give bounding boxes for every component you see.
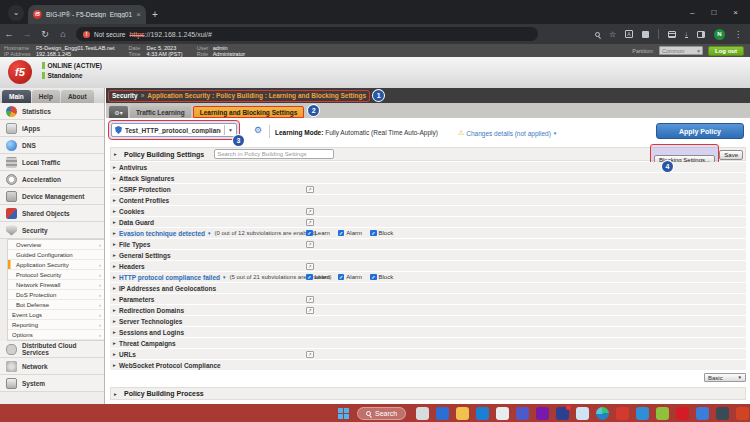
settings-row-redirection-domains[interactable]: ▸Redirection Domains↗ [110,305,746,315]
sidebar-item-overview[interactable]: Overview› [8,240,104,250]
address-bar[interactable]: ! Not secure https://192.168.1.245/xui/# [76,27,538,41]
acrobat-icon[interactable] [676,407,689,420]
popout-icon[interactable]: ↗ [306,219,314,226]
tab-traffic-learning[interactable]: Traffic Learning [130,106,191,118]
settings-row-evasion-technique-detected[interactable]: ▸Evasion technique detected▼(0 out of 12… [110,228,746,238]
tab-about[interactable]: About [61,90,94,103]
partition-select[interactable]: Common▾ [659,46,703,55]
popout-icon[interactable]: ↗ [306,241,314,248]
sidebar-item-protocol-security[interactable]: Protocol Security› [8,270,104,280]
save-button-top[interactable]: Save [719,150,743,160]
checked-checkbox-icon[interactable]: ✓ [306,274,313,281]
onenote-icon[interactable] [536,407,549,420]
microsoft-store-icon[interactable] [496,407,509,420]
side-panel-icon[interactable] [697,31,705,38]
sidebar-item-shared-objects[interactable]: Shared Objects [0,205,104,222]
settings-row-cookies[interactable]: ▸Cookies↗ [110,206,746,216]
chart-app-icon[interactable] [696,407,709,420]
powerpoint-icon[interactable] [736,407,749,420]
breadcrumb-root[interactable]: Security [112,92,138,99]
reload-icon[interactable]: ↻ [36,29,54,39]
tab-help[interactable]: Help [32,90,60,103]
sidebar-item-dns[interactable]: DNS [0,137,104,154]
reading-list-icon[interactable] [668,31,676,38]
popout-icon[interactable]: ↗ [306,186,314,193]
pinwheel-app-icon[interactable] [616,407,629,420]
media-app-icon[interactable] [436,407,449,420]
checked-checkbox-icon[interactable]: ✓ [306,230,313,237]
menu-kebab-icon[interactable]: ⋮ [734,30,742,39]
checkbox-learn[interactable]: ✓Learn [306,274,330,281]
expand-arrow-icon[interactable]: ▸ [114,391,120,397]
settings-row-content-profiles[interactable]: ▸Content Profiles [110,195,746,205]
settings-row-http-protocol-compliance-failed[interactable]: ▸HTTP protocol compliance failed▼(5 out … [110,272,746,282]
changes-details-link[interactable]: ⚠ Changes details (not applied) ▼ [458,129,557,137]
settings-row-urls[interactable]: ▸URLs↗ [110,349,746,359]
policy-select[interactable]: Test_HTTP_protocol_compliance ▼ [111,123,237,137]
checked-checkbox-icon[interactable]: ✓ [370,230,377,237]
checkbox-block[interactable]: ✓Block [370,274,393,281]
policy-building-process-row[interactable]: ▸ Policy Building Process [110,387,746,400]
file-explorer-icon[interactable] [456,407,469,420]
bookmark-star-icon[interactable]: ☆ [609,30,616,39]
phone-link-icon[interactable] [556,407,569,420]
back-icon[interactable]: ← [0,29,18,39]
windows-start-icon[interactable] [338,408,349,419]
settings-row-server-technologies[interactable]: ▸Server Technologies [110,316,746,326]
settings-row-attack-signatures[interactable]: ▸Attack Signatures [110,173,746,183]
apply-policy-button[interactable]: Apply Policy [656,123,744,139]
packet-tracer-icon[interactable] [716,407,729,420]
settings-row-sessions-and-logins[interactable]: ▸Sessions and Logins [110,327,746,337]
tab-search-button[interactable]: ⌄ [8,5,24,21]
violation-link[interactable]: Evasion technique detected [119,230,205,237]
window-minimize-button[interactable]: – [690,8,694,17]
logout-button[interactable]: Log out [708,46,744,56]
teams-icon[interactable] [516,407,529,420]
window-close-button[interactable]: × [733,8,738,17]
settings-row-websocket-protocol-compliance[interactable]: ▸WebSocket Protocol Compliance [110,360,746,370]
view-mode-select[interactable]: Basic▼ [704,373,746,382]
settings-row-headers[interactable]: ▸Headers↗ [110,261,746,271]
settings-row-general-settings[interactable]: ▸General Settings [110,250,746,260]
settings-row-threat-campaigns[interactable]: ▸Threat Campaigns [110,338,746,348]
settings-row-antivirus[interactable]: ▸Antivirus [110,162,746,172]
taskbar-search[interactable]: Search [357,407,406,420]
gallery-icon[interactable] [656,407,669,420]
outlook-icon[interactable] [476,407,489,420]
settings-row-data-guard[interactable]: ▸Data Guard↗ [110,217,746,227]
extensions-icon[interactable] [642,31,649,38]
downloads-icon[interactable]: ↓ [685,30,689,38]
settings-row-file-types[interactable]: ▸File Types↗ [110,239,746,249]
window-maximize-button[interactable]: □ [711,8,716,17]
checked-checkbox-icon[interactable]: ✓ [338,274,345,281]
sidebar-item-options[interactable]: Options› [8,330,104,340]
settings-search-input[interactable] [214,149,334,159]
popout-icon[interactable]: ↗ [306,263,314,270]
sidebar-item-statistics[interactable]: Statistics [0,103,104,120]
profile-avatar[interactable]: N [714,29,725,40]
sidebar-item-event-logs[interactable]: Event Logs› [8,310,104,320]
sidebar-item-application-security[interactable]: Application Security› [8,260,104,270]
sidebar-item-device-management[interactable]: Device Management [0,188,104,205]
browser-tab[interactable]: f5 BIG-IP® - F5-Design_Engg01.TestLAB × [28,5,146,24]
checkbox-alarm[interactable]: ✓Alarm [338,274,362,281]
popout-icon[interactable]: ↗ [306,307,314,314]
sidebar-item-reporting[interactable]: Reporting› [8,320,104,330]
violation-link[interactable]: HTTP protocol compliance failed [119,274,220,281]
zoom-search-icon[interactable] [595,32,600,37]
tab-learning-and-blocking-settings[interactable]: Learning and Blocking Settings [193,106,305,118]
sidebar-item-acceleration[interactable]: Acceleration [0,171,104,188]
settings-row-ip-addresses-and-geolocations[interactable]: ▸IP Addresses and Geolocations [110,283,746,293]
forward-icon[interactable]: → [18,29,36,39]
checked-checkbox-icon[interactable]: ✓ [370,274,377,281]
sidebar-item-distributed-cloud-services[interactable]: Distributed Cloud Services [0,341,104,358]
checkbox-block[interactable]: ✓Block [370,230,393,237]
tab-options-gear-icon[interactable]: ⚙▾ [109,106,128,118]
popout-icon[interactable]: ↗ [306,208,314,215]
expand-arrow-icon[interactable]: ▸ [114,151,120,157]
popout-icon[interactable]: ↗ [306,296,314,303]
policy-settings-gear-icon[interactable]: ⚙ [254,125,262,135]
settings-row-csrf-protection[interactable]: ▸CSRF Protection↗ [110,184,746,194]
photos-icon[interactable] [636,407,649,420]
sidebar-item-iapps[interactable]: iApps [0,120,104,137]
